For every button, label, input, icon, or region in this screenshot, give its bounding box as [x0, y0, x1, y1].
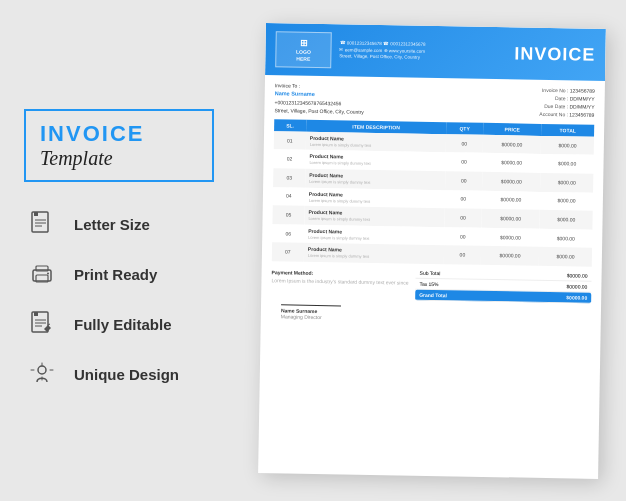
- logo-icon: ⊞: [300, 37, 308, 47]
- cell-qty: 00: [445, 171, 482, 190]
- cell-price: $0000.00: [481, 209, 540, 229]
- cell-total: $000.00: [541, 135, 594, 155]
- cell-price: $0000.00: [481, 227, 540, 247]
- invoice-to-left: Invoice To : Name Surname +0001231234567…: [274, 81, 364, 115]
- cell-desc: Product Name Lorem ipsum is simply dummy…: [304, 224, 444, 245]
- invoice-footer: Name Surname Managing Director: [271, 304, 591, 325]
- col-price: PRICE: [483, 122, 542, 135]
- svg-rect-10: [34, 312, 38, 316]
- cell-qty: 00: [444, 226, 481, 245]
- payment-text: Lorem Ipsum is the industry's standard d…: [271, 277, 415, 286]
- cell-sl: 01: [274, 131, 306, 150]
- svg-point-8: [47, 273, 49, 275]
- cell-desc: Product Name Lorem ipsum is simply dummy…: [306, 131, 446, 152]
- cell-desc: Product Name Lorem ipsum is simply dummy…: [305, 150, 445, 171]
- inv-due-row: Due Date : DD/MM/YY: [539, 101, 594, 110]
- page-container: INVOICE Template Letter Size: [0, 0, 626, 501]
- cell-total: $000.00: [541, 154, 594, 174]
- left-panel: INVOICE Template Letter Size: [24, 109, 254, 392]
- cell-sl: 06: [272, 223, 304, 242]
- cell-total: $000.00: [539, 247, 592, 267]
- print-ready-icon: [24, 256, 60, 292]
- inv-due-val: : DD/MM/YY: [567, 103, 595, 109]
- cell-qty: 00: [445, 152, 482, 171]
- cell-total: $000.00: [540, 191, 593, 211]
- payment-section: Payment Method: Lorem Ipsum is the indus…: [271, 269, 415, 286]
- cell-desc: Product Name Lorem ipsum is simply dummy…: [304, 205, 444, 226]
- feature-letter-size-label: Letter Size: [74, 216, 150, 233]
- cell-qty: 00: [446, 134, 483, 153]
- cell-price: $0000.00: [482, 171, 541, 191]
- cell-sl: 04: [273, 186, 305, 205]
- svg-rect-1: [34, 212, 38, 216]
- cell-total: $000.00: [539, 228, 592, 248]
- inv-acc-row: Account No : 123456789: [539, 109, 594, 118]
- logo-text: LOGOHERE: [296, 48, 311, 61]
- cell-desc: Product Name Lorem ipsum is simply dummy…: [305, 168, 445, 189]
- cell-price: $0000.00: [481, 246, 540, 266]
- feature-print-ready-label: Print Ready: [74, 266, 157, 283]
- inv-acc-label: Account No: [539, 110, 565, 116]
- feature-print-ready: Print Ready: [24, 256, 254, 292]
- invoice-to-address: Street, Village, Post Office, City, Coun…: [274, 106, 364, 116]
- invoice-totals: Sub Total $0000.00 Tax 15% $0000.00 Gran…: [415, 267, 592, 303]
- cell-desc: Product Name Lorem ipsum is simply dummy…: [304, 243, 444, 264]
- feature-letter-size: Letter Size: [24, 206, 254, 242]
- unique-design-icon: [24, 356, 60, 392]
- invoice-title: INVOICE: [514, 42, 595, 64]
- feature-fully-editable-label: Fully Editable: [74, 316, 172, 333]
- feature-unique-design-label: Unique Design: [74, 366, 179, 383]
- cell-sl: 05: [272, 205, 304, 224]
- tax-label: Tax 15%: [419, 280, 438, 286]
- inv-date-label: Date: [555, 95, 566, 101]
- title-template: Template: [40, 147, 198, 170]
- col-qty: QTY: [446, 122, 483, 135]
- features-list: Letter Size Print Ready: [24, 206, 254, 392]
- invoice-contact: ☎ 00012312345678 ☎ 00012312345678 ✉ eem@…: [331, 40, 514, 63]
- invoice-to-section: Invoice To : Name Surname +0001231234567…: [274, 81, 595, 119]
- cell-sl: 03: [273, 168, 305, 187]
- invoice-to-right: Invoice No : 123456789 Date : DD/MM/YY D…: [539, 85, 595, 119]
- feature-fully-editable: Fully Editable: [24, 306, 254, 342]
- title-box: INVOICE Template: [24, 109, 214, 182]
- cell-price: $0000.00: [482, 190, 541, 210]
- fully-editable-icon: [24, 306, 60, 342]
- inv-acc-val: : 123456789: [567, 111, 595, 117]
- cell-qty: 00: [444, 208, 481, 227]
- cell-desc: Product Name Lorem ipsum is simply dummy…: [305, 187, 445, 208]
- inv-date-val: : DD/MM/YY: [567, 95, 595, 101]
- cell-price: $0000.00: [482, 153, 541, 173]
- invoice-body: Invoice To : Name Surname +0001231234567…: [261, 75, 605, 331]
- inv-no-row: Invoice No : 123456789: [540, 85, 595, 94]
- feature-unique-design: Unique Design: [24, 356, 254, 392]
- inv-date-row: Date : DD/MM/YY: [540, 93, 595, 102]
- invoice-preview: ⊞ LOGOHERE ☎ 00012312345678 ☎ 0001231234…: [258, 23, 606, 479]
- cell-sl: 02: [273, 149, 305, 168]
- title-invoice: INVOICE: [40, 121, 198, 147]
- col-sl: SL.: [274, 119, 306, 132]
- inv-due-label: Due Date: [544, 102, 565, 108]
- cell-price: $0000.00: [483, 134, 542, 154]
- tax-val: $0000.00: [566, 283, 587, 289]
- grand-val: $0000.00: [566, 294, 587, 300]
- invoice-header: ⊞ LOGOHERE ☎ 00012312345678 ☎ 0001231234…: [265, 23, 606, 81]
- col-total: TOTAL: [541, 123, 594, 136]
- grand-label: Grand Total: [419, 291, 447, 297]
- cell-total: $000.00: [540, 172, 593, 192]
- letter-size-icon: [24, 206, 60, 242]
- invoice-table: SL. ITEM DESCRIPTION QTY PRICE TOTAL 01 …: [272, 119, 594, 267]
- cell-sl: 07: [272, 242, 304, 261]
- table-body: 01 Product Name Lorem ipsum is simply du…: [272, 131, 594, 267]
- cell-qty: 00: [445, 189, 482, 208]
- logo-box: ⊞ LOGOHERE: [275, 31, 332, 68]
- inv-no-label: Invoice No: [542, 86, 566, 92]
- signature-line: [281, 304, 341, 306]
- cell-total: $000.00: [540, 210, 593, 230]
- subtotal-val: $0000.00: [567, 272, 588, 278]
- cell-qty: 00: [444, 245, 481, 264]
- svg-point-15: [38, 366, 46, 374]
- inv-no-val: : 123456789: [567, 87, 595, 93]
- subtotal-label: Sub Total: [420, 269, 441, 275]
- payment-label: Payment Method:: [272, 269, 416, 278]
